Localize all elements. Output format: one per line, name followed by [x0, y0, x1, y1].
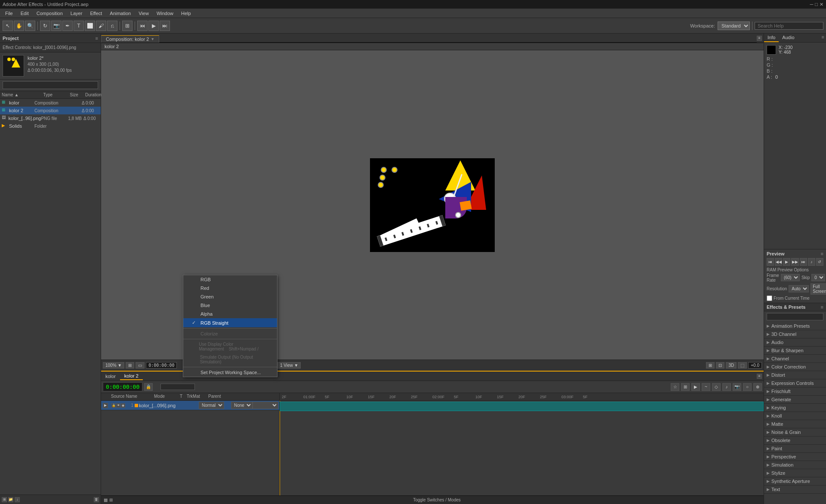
tl-comp-btn[interactable]: ⊞ [681, 383, 690, 391]
effect-cat-expression[interactable]: ▶ Expression Controls [764, 379, 826, 387]
tl-panel-menu[interactable]: ≡ [757, 374, 762, 379]
new-folder-btn[interactable]: 📁 [8, 497, 13, 502]
transport-play[interactable]: ▶ [148, 21, 159, 31]
tl-solo-btn[interactable]: ☆ [671, 383, 679, 391]
effect-cat-perspective[interactable]: ▶ Perspective [764, 453, 826, 461]
effect-cat-stylize[interactable]: ▶ Stylize [764, 469, 826, 477]
project-search-input[interactable] [3, 81, 98, 89]
ctx-item-red[interactable]: Red [183, 284, 277, 292]
tool-stamp[interactable]: ⎌ [107, 21, 117, 31]
effect-cat-matte[interactable]: ▶ Matte [764, 420, 826, 428]
tool-shape[interactable]: ⬜ [85, 21, 95, 31]
layer-parent-select-1[interactable] [253, 402, 278, 409]
tl-lock-btn[interactable]: 🔒 [144, 383, 153, 391]
vt-grid-btn[interactable]: ⊞ [706, 362, 715, 369]
ctx-item-green[interactable]: Green [183, 292, 277, 301]
import-btn[interactable]: ↓ [15, 497, 20, 502]
tool-hand[interactable]: ✋ [14, 21, 24, 31]
tab-audio[interactable]: Audio [779, 34, 798, 42]
menu-effect[interactable]: Effect [86, 10, 105, 17]
layer-solo-btn-1[interactable]: ◉ [121, 403, 125, 408]
vt-3d-btn[interactable]: 3D [726, 362, 737, 369]
effect-cat-paint[interactable]: ▶ Paint [764, 445, 826, 453]
tl-camera-tl-btn[interactable]: 📷 [733, 383, 741, 391]
effect-cat-text[interactable]: ▶ Text [764, 486, 826, 494]
resolution-select[interactable]: Auto [789, 285, 809, 292]
prev-audio-btn[interactable]: ♪ [808, 258, 815, 266]
delete-item-btn[interactable]: 🗑 [94, 497, 99, 502]
tool-snapping[interactable]: ⊞ [122, 21, 133, 31]
minimize-icon[interactable]: ─ [810, 2, 814, 7]
vt-zoom-select[interactable]: 100% ▼ [103, 362, 124, 369]
tl-markers-btn[interactable]: ◇ [712, 383, 721, 391]
menu-help[interactable]: Help [178, 10, 194, 17]
layer-trkmatte-select-1[interactable]: None [231, 402, 253, 409]
skip-select[interactable]: 0 [811, 274, 825, 281]
tl-flow-btn[interactable]: ~ [702, 383, 710, 391]
tab-info[interactable]: Info [764, 34, 779, 42]
menu-animation[interactable]: Animation [106, 10, 134, 17]
project-item-kolor2[interactable]: ▦ kolor 2 Composition Δ 0:00 [0, 107, 101, 114]
effect-cat-3d-channel[interactable]: ▶ 3D Channel [764, 330, 826, 338]
maximize-icon[interactable]: □ [815, 2, 818, 7]
tool-rotate[interactable]: ↻ [40, 21, 50, 31]
effect-cat-knoll[interactable]: ▶ Knoll [764, 412, 826, 420]
effect-cat-blur[interactable]: ▶ Blur & Sharpen [764, 347, 826, 355]
layer-expand-btn-1[interactable]: ▶ [103, 403, 108, 408]
info-panel-menu[interactable]: ≡ [820, 34, 826, 42]
layer-mode-select-1[interactable]: Normal [199, 402, 224, 409]
workspace-select[interactable]: Standard [718, 22, 750, 30]
comp-tab-dropdown-icon[interactable]: ▼ [151, 37, 154, 41]
menu-composition[interactable]: Composition [33, 10, 66, 17]
tl-render-btn[interactable]: ▶ [691, 383, 700, 391]
effect-cat-synthetic[interactable]: ▶ Synthetic Aperture [764, 477, 826, 486]
prev-last-btn[interactable]: ⏭ [800, 258, 807, 266]
menu-file[interactable]: File [2, 10, 16, 17]
effect-cat-keying[interactable]: ▶ Keying [764, 404, 826, 412]
track-bar-1[interactable] [280, 402, 764, 411]
effect-cat-distort[interactable]: ▶ Distort [764, 371, 826, 379]
vt-pixel-btn[interactable]: ⬚ [738, 362, 747, 369]
panel-menu-btn[interactable]: ≡ [757, 36, 762, 41]
vt-fit-select[interactable]: ⊞ [126, 362, 134, 369]
ctx-item-set-working-space[interactable]: Set Project Working Space... [183, 368, 277, 377]
close-icon[interactable]: ✕ [820, 2, 823, 7]
menu-edit[interactable]: Edit [17, 10, 32, 17]
tl-adj-btn[interactable]: ⊕ [753, 383, 762, 391]
tl-search-input[interactable] [160, 384, 195, 390]
framerate-select[interactable]: (60) [781, 274, 800, 281]
effect-cat-channel[interactable]: ▶ Channel [764, 355, 826, 363]
layer-eye-btn-1[interactable]: 👁 [116, 403, 120, 408]
effect-cat-frischluft[interactable]: ▶ Frischluft [764, 387, 826, 396]
layer-lock-btn-1[interactable]: 🔒 [111, 403, 116, 408]
col-header-name[interactable]: Name ▲ [0, 92, 41, 98]
comp-tab-kolor2[interactable]: Composition: kolor 2 ▼ [101, 35, 159, 43]
toggle-switches-btn[interactable]: Toggle Switches / Modes [413, 498, 461, 502]
full-screen-btn[interactable]: Full Screen [811, 283, 826, 295]
new-comp-btn[interactable]: ⊞ [2, 497, 7, 502]
tl-null-btn[interactable]: ○ [743, 383, 752, 391]
tool-pen[interactable]: ✒ [62, 21, 73, 31]
col-header-duration[interactable]: Duration [83, 92, 101, 98]
transport-next[interactable]: ⏭ [160, 21, 170, 31]
layer-row-1[interactable]: ▶ 🔒 👁 ◉ 1 kolor_[...096].png [101, 401, 279, 410]
vt-snapping-btn[interactable]: ⊡ [716, 362, 724, 369]
prev-play-btn[interactable]: ▶ [783, 258, 790, 266]
effect-cat-animation-presets[interactable]: ▶ Animation Presets [764, 322, 826, 330]
tl-audio-btn[interactable]: ♪ [722, 383, 731, 391]
tool-camera[interactable]: 📷 [51, 21, 62, 31]
prev-first-btn[interactable]: ⏮ [767, 258, 774, 266]
menu-window[interactable]: Window [153, 10, 177, 17]
preview-panel-menu[interactable]: ≡ [821, 251, 823, 256]
panel-options-icon[interactable]: ≡ [96, 36, 98, 41]
prev-loop-btn[interactable]: ↺ [816, 258, 823, 266]
prev-back-btn[interactable]: ◀◀ [775, 258, 782, 266]
vt-view-count[interactable]: 1 View ▼ [277, 362, 301, 369]
menu-view[interactable]: View [135, 10, 152, 17]
effect-cat-color-correction[interactable]: ▶ Color Correction [764, 363, 826, 371]
tool-text[interactable]: T [74, 21, 84, 31]
ctx-item-rgb-straight[interactable]: ✓ RGB Straight [183, 318, 277, 327]
effect-cat-obsolete[interactable]: ▶ Obsolete [764, 436, 826, 445]
prev-fwd-btn[interactable]: ▶▶ [791, 258, 798, 266]
effect-cat-noise[interactable]: ▶ Noise & Grain [764, 428, 826, 436]
